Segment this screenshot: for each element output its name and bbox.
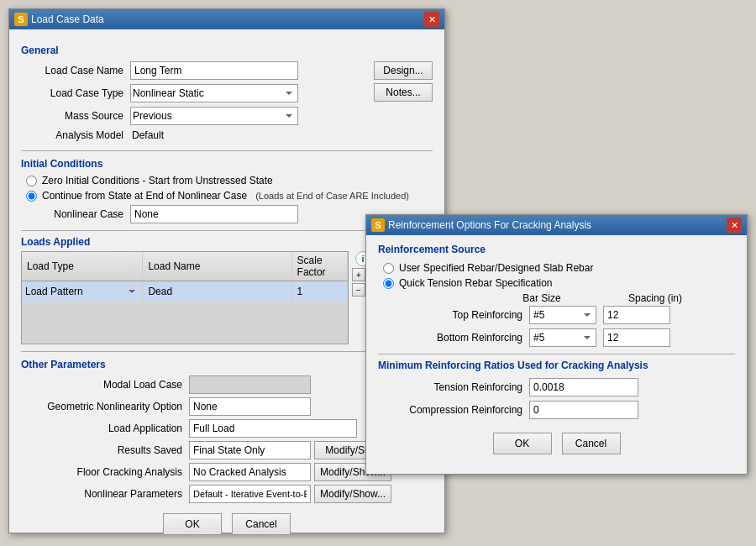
tension-ratio-input[interactable] [529, 378, 638, 396]
radio-zero-input[interactable] [26, 176, 37, 186]
bottom-reinforcing-label: Bottom Reinforcing [378, 332, 529, 344]
reinf-window-title: Reinforcement Options For Cracking Analy… [388, 219, 591, 231]
bottom-spacing-input[interactable] [603, 328, 670, 347]
main-window-icon: S [14, 13, 28, 26]
floor-cracking-label: Floor Cracking Analysis [21, 466, 189, 478]
loads-table-wrapper: Load Type Load Name Scale Factor Load Pa… [21, 251, 349, 344]
reinf-close-button[interactable]: ✕ [727, 218, 742, 233]
loads-table: Load Type Load Name Scale Factor Load Pa… [22, 252, 348, 344]
table-row: Load Pattern [22, 281, 348, 302]
radio-zero-initial: Zero Initial Conditions - Start from Uns… [21, 175, 433, 186]
bottom-reinforcing-row: Bottom Reinforcing #5 [378, 328, 735, 347]
main-cancel-button[interactable]: Cancel [232, 513, 291, 535]
mass-source-row: Mass Source Previous [21, 107, 364, 125]
reinf-window-icon: S [371, 218, 385, 232]
main-close-button[interactable]: ✕ [424, 12, 439, 27]
radio-user-specified: User Specified Rebar/Designed Slab Rebar [378, 262, 735, 274]
bottom-bar-size-select[interactable]: #5 [529, 328, 596, 347]
remove-row-button[interactable]: − [352, 283, 365, 297]
top-reinforcing-label: Top Reinforcing [378, 309, 529, 321]
radio-quick-tension-input[interactable] [383, 278, 394, 289]
col-load-type: Load Type [22, 252, 143, 281]
load-name-cell-input[interactable] [146, 283, 287, 300]
load-case-type-label: Load Case Type [21, 87, 130, 99]
results-saved-label: Results Saved [21, 444, 189, 456]
top-reinforcing-row: Top Reinforcing #5 [378, 306, 735, 324]
reinf-bottom-buttons: OK Cancel [378, 433, 735, 454]
reinf-title-bar: S Reinforcement Options For Cracking Ana… [366, 215, 747, 235]
reinf-ok-button[interactable]: OK [493, 433, 552, 454]
radio-continue-input[interactable] [26, 191, 37, 202]
load-type-cell-select[interactable]: Load Pattern [25, 283, 139, 300]
scale-factor-cell-input[interactable] [296, 283, 344, 300]
notes-button[interactable]: Notes... [374, 83, 433, 102]
load-case-name-label: Load Case Name [21, 65, 130, 76]
radio-quick-tension: Quick Tension Rebar Specification [378, 277, 735, 289]
min-ratios-label: Minimum Reinforcing Ratios Used for Crac… [378, 360, 735, 371]
nonlinear-case-label: Nonlinear Case [21, 208, 130, 220]
load-case-type-row: Load Case Type Nonlinear Static [21, 84, 364, 102]
geometric-nonlinearity-label: Geometric Nonlinearity Option [21, 401, 189, 412]
modal-load-case-label: Modal Load Case [21, 379, 189, 391]
load-case-type-select[interactable]: Nonlinear Static [130, 84, 298, 102]
add-row-button[interactable]: + [352, 268, 365, 281]
tension-reinforcing-row: Tension Reinforcing [378, 378, 735, 396]
radio-continue-subtext: (Loads at End of Case ARE Included) [255, 191, 409, 201]
analysis-model-label: Analysis Model [21, 129, 130, 141]
main-ok-button[interactable]: OK [163, 513, 222, 535]
analysis-model-value: Default [130, 129, 164, 141]
col-scale-factor: Scale Factor [291, 252, 347, 281]
load-case-name-row: Load Case Name [21, 61, 364, 80]
radio-continue-row: Continue from State at End of Nonlinear … [21, 190, 433, 202]
nonlinear-params-input[interactable] [189, 485, 311, 503]
main-window-title: Load Case Data [31, 13, 104, 25]
spacing-col-header: Spacing (in) [622, 292, 689, 304]
loads-applied-label: Loads Applied [21, 236, 90, 248]
results-saved-input[interactable] [189, 441, 311, 459]
tension-reinforcing-label: Tension Reinforcing [378, 381, 529, 393]
radio-quick-tension-text: Quick Tension Rebar Specification [399, 277, 553, 289]
geometric-nonlinearity-input[interactable] [189, 397, 311, 416]
reinf-cancel-button[interactable]: Cancel [562, 433, 621, 454]
table-empty-row [22, 302, 348, 344]
top-bar-size-select[interactable]: #5 [529, 306, 596, 324]
reinforcement-window: S Reinforcement Options For Cracking Ana… [365, 214, 748, 475]
nonlinear-params-label: Nonlinear Parameters [21, 488, 189, 500]
radio-user-rebar-input[interactable] [383, 263, 394, 274]
load-application-input[interactable] [189, 419, 357, 438]
nonlinear-case-input[interactable] [130, 205, 298, 223]
nonlinear-params-row: Nonlinear Parameters Modify/Show... [21, 485, 433, 503]
compression-ratio-input[interactable] [529, 401, 638, 419]
top-spacing-input[interactable] [603, 306, 670, 324]
main-bottom-buttons: OK Cancel [21, 513, 433, 542]
compression-reinforcing-row: Compression Reinforcing [378, 401, 735, 419]
analysis-model-row: Analysis Model Default [21, 129, 364, 141]
mass-source-select[interactable]: Previous [130, 107, 298, 125]
reinf-source-label: Reinforcement Source [378, 244, 735, 255]
radio-user-rebar-text: User Specified Rebar/Designed Slab Rebar [399, 262, 593, 274]
floor-cracking-input[interactable] [189, 463, 311, 481]
radio-zero-text: Zero Initial Conditions - Start from Uns… [42, 175, 273, 186]
initial-conditions-label: Initial Conditions [21, 158, 433, 170]
mass-source-label: Mass Source [21, 110, 130, 122]
col-load-name: Load Name [143, 252, 291, 281]
general-section-label: General [21, 45, 433, 56]
nonlinear-params-button[interactable]: Modify/Show... [314, 485, 391, 503]
modal-load-case-input[interactable] [189, 375, 311, 394]
radio-continue-text: Continue from State at End of Nonlinear … [42, 190, 247, 202]
bar-size-col-header: Bar Size [512, 292, 571, 304]
design-button[interactable]: Design... [374, 61, 433, 80]
load-application-label: Load Application [21, 423, 189, 434]
compression-reinforcing-label: Compression Reinforcing [378, 404, 529, 416]
main-title-bar: S Load Case Data ✕ [9, 9, 444, 29]
reinf-content: Reinforcement Source User Specified Reba… [366, 235, 747, 463]
load-case-name-input[interactable] [130, 61, 298, 80]
